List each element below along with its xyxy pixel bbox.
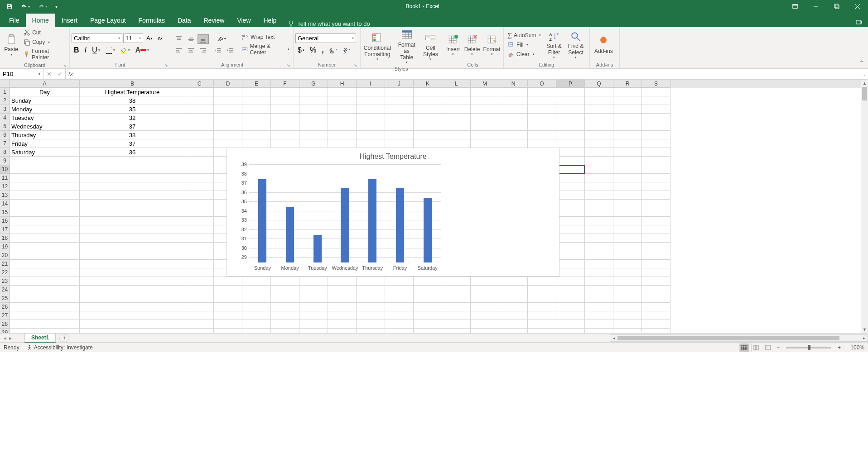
cell-O4[interactable] [528, 114, 556, 122]
cell-A29[interactable] [10, 329, 80, 333]
cell-N26[interactable] [499, 303, 528, 311]
align-middle-button[interactable] [185, 34, 197, 44]
cell-R3[interactable] [613, 105, 642, 114]
cell-P21[interactable] [556, 260, 585, 268]
cell-Q9[interactable] [585, 157, 613, 165]
cell-C6[interactable] [185, 131, 214, 139]
cell-B21[interactable] [80, 260, 185, 268]
cell-R19[interactable] [613, 243, 642, 251]
cell-A7[interactable]: Friday [10, 139, 80, 148]
cell-F1[interactable] [271, 88, 299, 96]
cell-L4[interactable] [442, 114, 471, 122]
cell-P2[interactable] [556, 96, 585, 105]
cell-M23[interactable] [471, 277, 499, 286]
cell-P29[interactable] [556, 329, 585, 333]
cell-Q10[interactable] [585, 165, 613, 174]
close-button[interactable] [847, 0, 868, 13]
cell-N4[interactable] [499, 114, 528, 122]
cell-P6[interactable] [556, 131, 585, 139]
tab-review[interactable]: Review [198, 14, 231, 27]
cell-C10[interactable] [185, 165, 214, 174]
cell-K5[interactable] [414, 122, 442, 131]
col-header-O[interactable]: O [528, 80, 556, 88]
cell-B8[interactable]: 36 [80, 148, 185, 157]
collapse-ribbon-icon[interactable]: ⌃ [859, 59, 864, 67]
cell-D25[interactable] [214, 294, 242, 303]
ribbon-display-icon[interactable] [785, 0, 805, 13]
cell-B1[interactable]: Highest Temperature [80, 88, 185, 96]
cell-R1[interactable] [613, 88, 642, 96]
cell-J5[interactable] [385, 122, 414, 131]
cell-F2[interactable] [271, 96, 299, 105]
cell-P27[interactable] [556, 311, 585, 320]
cell-S24[interactable] [642, 286, 670, 294]
cell-S21[interactable] [642, 260, 670, 268]
cell-Q22[interactable] [585, 268, 613, 277]
cell-C1[interactable] [185, 88, 214, 96]
row-header-24[interactable]: 24 [0, 286, 10, 294]
align-bottom-button[interactable] [198, 34, 209, 44]
cell-R13[interactable] [613, 191, 642, 200]
cell-A21[interactable] [10, 260, 80, 268]
row-header-28[interactable]: 28 [0, 320, 10, 329]
cell-G26[interactable] [299, 303, 328, 311]
cell-J25[interactable] [385, 294, 414, 303]
vertical-scrollbar[interactable]: ▲ ▼ [861, 80, 868, 333]
cell-B28[interactable] [80, 320, 185, 329]
row-header-20[interactable]: 20 [0, 251, 10, 260]
cell-I7[interactable] [357, 139, 385, 148]
cell-P18[interactable] [556, 234, 585, 243]
cell-D4[interactable] [214, 114, 242, 122]
cell-K2[interactable] [414, 96, 442, 105]
cell-H27[interactable] [328, 311, 357, 320]
cell-P23[interactable] [556, 277, 585, 286]
cell-F6[interactable] [271, 131, 299, 139]
row-header-13[interactable]: 13 [0, 191, 10, 200]
cell-S28[interactable] [642, 320, 670, 329]
cell-P25[interactable] [556, 294, 585, 303]
shrink-font-button[interactable]: A▾ [155, 34, 165, 43]
cell-O26[interactable] [528, 303, 556, 311]
formula-input[interactable] [76, 69, 860, 79]
cell-P11[interactable] [556, 174, 585, 182]
cell-L1[interactable] [442, 88, 471, 96]
cell-F7[interactable] [271, 139, 299, 148]
cell-R12[interactable] [613, 182, 642, 191]
chart-bar-monday[interactable] [286, 207, 294, 262]
cell-D7[interactable] [214, 139, 242, 148]
cell-G29[interactable] [299, 329, 328, 333]
cell-C11[interactable] [185, 174, 214, 182]
cell-O7[interactable] [528, 139, 556, 148]
cell-Q12[interactable] [585, 182, 613, 191]
cell-S29[interactable] [642, 329, 670, 333]
cell-A16[interactable] [10, 217, 80, 225]
cell-S20[interactable] [642, 251, 670, 260]
fill-color-button[interactable]: ▾ [118, 46, 132, 55]
cell-B9[interactable] [80, 157, 185, 165]
col-header-H[interactable]: H [328, 80, 357, 88]
col-header-P[interactable]: P [556, 80, 585, 88]
cell-J28[interactable] [385, 320, 414, 329]
cell-S2[interactable] [642, 96, 670, 105]
cell-O29[interactable] [528, 329, 556, 333]
row-header-21[interactable]: 21 [0, 260, 10, 268]
cell-S4[interactable] [642, 114, 670, 122]
cell-R25[interactable] [613, 294, 642, 303]
zoom-level[interactable]: 100% [844, 344, 864, 351]
percent-button[interactable]: % [308, 45, 318, 56]
cell-F25[interactable] [271, 294, 299, 303]
cell-styles-button[interactable]: Cell Styles▾ [421, 31, 440, 62]
cell-F27[interactable] [271, 311, 299, 320]
cell-K29[interactable] [414, 329, 442, 333]
row-header-23[interactable]: 23 [0, 277, 10, 286]
cell-P9[interactable] [556, 157, 585, 165]
cell-C20[interactable] [185, 251, 214, 260]
cell-K23[interactable] [414, 277, 442, 286]
cell-E27[interactable] [242, 311, 271, 320]
cell-R28[interactable] [613, 320, 642, 329]
cell-L24[interactable] [442, 286, 471, 294]
cell-N28[interactable] [499, 320, 528, 329]
cell-A18[interactable] [10, 234, 80, 243]
cell-H3[interactable] [328, 105, 357, 114]
cell-A5[interactable]: Wednesday [10, 122, 80, 131]
